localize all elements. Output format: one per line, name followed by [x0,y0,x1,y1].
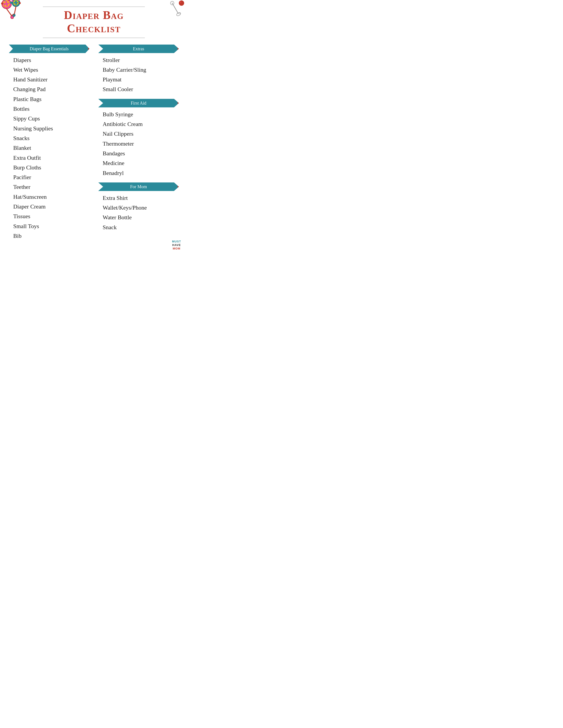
svg-point-15 [17,1,18,2]
list-item: Nail Clippers [103,129,179,139]
banner-dot-right [88,47,91,50]
extras-list: StrollerBaby Carrier/SlingPlaymatSmall C… [98,55,179,94]
list-item: Small Toys [13,221,89,231]
essentials-label: Diaper Bag Essentials [30,46,69,51]
list-item: Bib [13,231,89,241]
svg-point-2 [4,2,6,3]
for-mom-dot-left [96,185,100,188]
list-item: Bandages [103,149,179,158]
list-item: Medicine [103,158,179,168]
list-item: Extra Shirt [103,193,179,203]
list-item: Baby Carrier/Sling [103,65,179,75]
list-item: Water Bottle [103,213,179,222]
list-item: Wallet/Keys/Phone [103,203,179,213]
list-item: Playmat [103,75,179,84]
for-mom-banner: For Mom [98,182,179,191]
list-item: Teether [13,182,89,192]
branding: MUST HAVE MOM [172,240,181,250]
first-aid-dot-right [177,101,180,105]
list-item: Tissues [13,212,89,221]
branding-must: MUST [172,240,181,243]
svg-point-4 [8,4,9,6]
essentials-list: DiapersWet WipesHand SanitizerChanging P… [9,55,89,241]
list-item: Diaper Cream [13,202,89,212]
svg-point-18 [11,0,13,2]
list-item: Pacifier [13,173,89,182]
main-content: Diaper Bag Essentials DiapersWet WipesHa… [9,45,179,246]
first-aid-banner: First Aid [98,99,179,107]
list-item: Bulb Syringe [103,110,179,119]
branding-have: HAVE [172,243,181,247]
first-aid-label: First Aid [131,101,146,106]
list-item: Nursing Supplies [13,124,89,133]
list-item: Wet Wipes [13,65,89,75]
for-mom-dot-right [177,185,180,188]
extras-banner: Extras [98,45,179,53]
for-mom-list: Extra ShirtWallet/Keys/PhoneWater Bottle… [98,193,179,232]
list-item: Extra Outfit [13,153,89,163]
list-item: Antibiotic Cream [103,119,179,129]
list-item: Blanket [13,143,89,153]
list-item: Snack [103,223,179,232]
left-column: Diaper Bag Essentials DiapersWet WipesHa… [9,45,89,246]
svg-point-3 [7,2,8,3]
list-item: Snacks [13,133,89,143]
extras-dot-left [96,47,100,50]
first-aid-list: Bulb SyringeAntibiotic CreamNail Clipper… [98,110,179,178]
right-column: Extras StrollerBaby Carrier/SlingPlaymat… [98,45,179,237]
list-item: Stroller [103,55,179,65]
list-item: Benadryl [103,168,179,178]
list-item: Hand Sanitizer [13,75,89,84]
page-title: Diaper Bag Checklist [9,9,179,35]
list-item: Diapers [13,55,89,65]
list-item: Bottles [13,104,89,114]
list-item: Changing Pad [13,84,89,94]
svg-point-21 [19,2,21,4]
list-item: Hat/Sunscreen [13,192,89,202]
extras-dot-right [177,47,180,50]
list-item: Thermometer [103,139,179,149]
svg-point-17 [14,4,15,5]
page-header: Diaper Bag Checklist [9,7,179,38]
svg-point-14 [14,1,15,2]
list-item: Small Cooler [103,84,179,94]
branding-mom: MOM [172,247,181,250]
list-item: Sippy Cups [13,114,89,124]
essentials-banner: Diaper Bag Essentials [9,45,89,53]
list-item: Burp Cloths [13,163,89,173]
banner-dot-left [7,47,10,50]
svg-point-6 [1,2,3,5]
svg-point-16 [17,3,18,4]
extras-label: Extras [133,46,144,51]
svg-point-29 [180,1,181,3]
for-mom-label: For Mom [130,184,147,189]
first-aid-dot-left [96,101,100,105]
list-item: Plastic Bags [13,94,89,104]
svg-point-5 [5,5,6,6]
svg-point-28 [179,0,184,6]
